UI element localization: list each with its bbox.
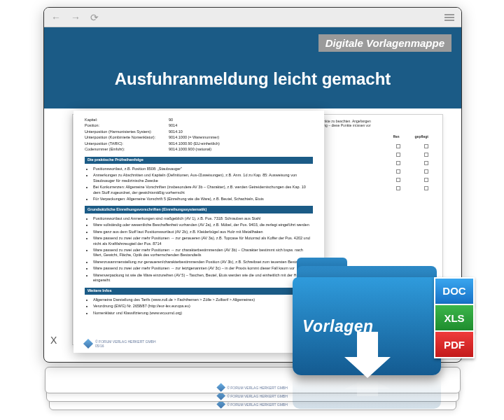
section-heading: Die praktische Prüfreihenfolge	[85, 157, 313, 164]
format-badges: DOC XLS PDF	[434, 277, 475, 357]
section-heading: Weitere Infos	[85, 288, 313, 295]
section-heading: Grundsätzliche Einreihungsvorschriften (…	[85, 206, 313, 213]
bullet-item: Positionswortlaut, z.B. Position 8508: „…	[93, 167, 313, 172]
bullet-item: Positionswortlaut und Anmerkungen sind m…	[93, 216, 313, 221]
bullet-item: Bei Konkurrenzen: Allgemeine Vorschrifte…	[93, 185, 313, 195]
bullet-item: Ware passend zu zwei oder mehr Positione…	[93, 248, 313, 258]
nav-back-icon[interactable]: ←	[51, 12, 61, 23]
bullet-item: Ware ganz aus dem Stoff laut Positionswo…	[93, 230, 313, 234]
bullet-item: Ware passend zu zwei oder mehr Positione…	[93, 266, 313, 271]
stack-footer-text: © FORUM VERLAG HERKERT GMBH	[227, 386, 288, 390]
bullet-item: Für Verpackungen: Allgemeine Vorschrift …	[93, 197, 313, 202]
kv-row: Codenummer (Einfuhr):9014.1000.900 (nati…	[85, 147, 313, 152]
bullet-item: Warenverpackung ist wie die Ware einzure…	[93, 273, 313, 284]
hero-banner: Digitale Vorlagenmappe Ausfuhranmeldung …	[44, 27, 461, 108]
doc-footer-text: © FORUM VERLAG HERKERT GMBH	[95, 340, 156, 344]
doc-footer-date: 05/16	[95, 344, 156, 349]
kv-row: Unterposition (Kombinierte Nomenklatur):…	[85, 135, 313, 140]
bullet-item: Nomenklatur und Klassifizierung (www.wco…	[93, 311, 313, 316]
kv-row: Unterposition (TARIC):9014.1000.90 (EU-e…	[85, 141, 313, 146]
logo-diamond-icon	[83, 339, 93, 349]
bullet-item: Ware passend zu zwei oder mehr Positione…	[93, 236, 313, 246]
col-header: ffen	[393, 134, 399, 139]
bullet-item: Anmerkungen zu Abschnitten und Kapiteln …	[93, 173, 313, 183]
bullet-item: Warenzusammenstellung zur genaueren/char…	[93, 260, 313, 265]
product-badge: Digitale Vorlagenmappe	[318, 34, 451, 52]
hamburger-menu-icon[interactable]	[444, 14, 454, 21]
download-arrow-icon	[357, 332, 378, 358]
page-title: Ausfuhranmeldung leicht gemacht	[44, 69, 461, 89]
bullet-item: Ware vollständig oder wesentliche Bescha…	[93, 223, 313, 227]
nav-forward-icon[interactable]: →	[71, 12, 80, 23]
format-doc-badge: DOC	[434, 277, 475, 305]
document-overlay: Kapitel:90 Position:9014 Unterposition (…	[74, 111, 324, 353]
col-header: gepflegt	[415, 134, 428, 139]
kv-row: Unterposition (Harmonisiertes System):90…	[85, 130, 313, 134]
stack-footer-text: © FORUM VERLAG HERKERT GMBH	[227, 394, 288, 398]
download-arrow-icon	[344, 357, 391, 378]
nav-reload-icon[interactable]: ⟳	[90, 12, 99, 23]
bullet-item: Verordnung (EWG) Nr. 2658/87 (http://eur…	[93, 304, 313, 309]
kv-row: Kapitel:90	[85, 118, 313, 122]
kv-row: Position:9014	[85, 123, 313, 128]
close-button[interactable]: X	[50, 335, 57, 346]
browser-toolbar: ← → ⟳	[44, 8, 461, 27]
logo-diamond-icon	[216, 383, 225, 392]
templates-folder-icon[interactable]: Vorlagen DOC XLS PDF	[293, 262, 475, 409]
format-pdf-badge: PDF	[434, 330, 475, 358]
bullet-item: Allgemeine Darstellung des Tarifs (www.z…	[93, 298, 313, 302]
stack-footer-text: © FORUM VERLAG HERKERT GMBH	[227, 402, 288, 407]
format-xls-badge: XLS	[434, 304, 475, 332]
